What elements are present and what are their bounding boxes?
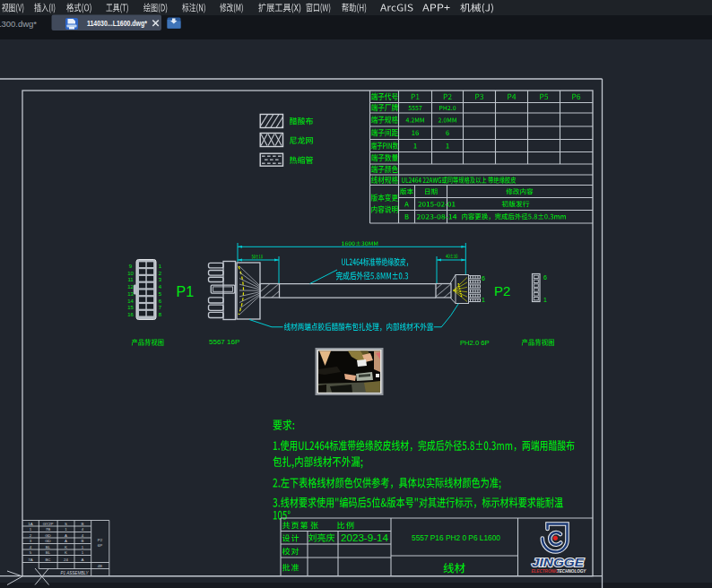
svg-text:7A: 7A bbox=[28, 558, 32, 562]
svg-text:-L300.dwg*: -L300.dwg* bbox=[0, 19, 37, 29]
svg-text:114030...L1600.dwg*: 114030...L1600.dwg* bbox=[87, 18, 147, 28]
svg-text:BL: BL bbox=[46, 545, 51, 549]
svg-text:GD: GD bbox=[45, 539, 51, 543]
svg-text:6P: 6P bbox=[98, 543, 102, 548]
svg-text:B: B bbox=[82, 522, 84, 526]
svg-text:GY2P: GY2P bbox=[43, 522, 54, 526]
svg-text:TECHNOLOGY: TECHNOLOGY bbox=[557, 569, 586, 574]
svg-text:14: 14 bbox=[127, 298, 134, 304]
svg-text:1: 1 bbox=[482, 297, 485, 303]
svg-text:K: K bbox=[65, 545, 67, 549]
svg-text:B: B bbox=[82, 539, 84, 543]
svg-text:2023-9-14: 2023-9-14 bbox=[341, 533, 389, 543]
svg-text:GD: GD bbox=[45, 533, 51, 538]
svg-text:16: 16 bbox=[127, 312, 134, 317]
svg-text:6: 6 bbox=[543, 274, 547, 281]
svg-text:PH2.0 6P: PH2.0 6P bbox=[460, 339, 490, 347]
svg-text:A: A bbox=[82, 558, 84, 562]
svg-text:P1 ASSEMBLY: P1 ASSEMBLY bbox=[60, 571, 89, 575]
svg-text:ELECTRONIC: ELECTRONIC bbox=[532, 569, 560, 574]
svg-text:P1: P1 bbox=[177, 284, 195, 299]
svg-text:BC: BC bbox=[45, 558, 50, 562]
svg-text:S: S bbox=[65, 522, 67, 526]
svg-text:4E: 4E bbox=[98, 564, 102, 568]
svg-text:A: A bbox=[65, 533, 67, 538]
svg-text:7B: 7B bbox=[46, 527, 50, 532]
svg-text:5567 16P: 5567 16P bbox=[209, 338, 239, 346]
svg-text:P2: P2 bbox=[494, 283, 510, 298]
svg-text:24: 24 bbox=[64, 558, 68, 562]
svg-text:5557 P16 PH2 0 P6 L1600: 5557 P16 PH2 0 P6 L1600 bbox=[412, 532, 500, 542]
svg-text:A: A bbox=[65, 539, 67, 543]
svg-text:1A: 1A bbox=[28, 522, 32, 526]
svg-text:K: K bbox=[65, 550, 67, 555]
svg-text:12: 12 bbox=[127, 284, 134, 290]
svg-text:10: 10 bbox=[127, 271, 134, 276]
svg-text:15: 15 bbox=[127, 305, 134, 310]
svg-text:1: 1 bbox=[543, 297, 547, 303]
svg-text:11: 11 bbox=[127, 277, 134, 282]
svg-text:13: 13 bbox=[127, 291, 134, 297]
svg-text:JINGGE: JINGGE bbox=[532, 556, 585, 569]
svg-text:P2: P2 bbox=[98, 538, 103, 542]
svg-text:BL: BL bbox=[46, 550, 51, 555]
svg-text:6: 6 bbox=[482, 275, 485, 281]
